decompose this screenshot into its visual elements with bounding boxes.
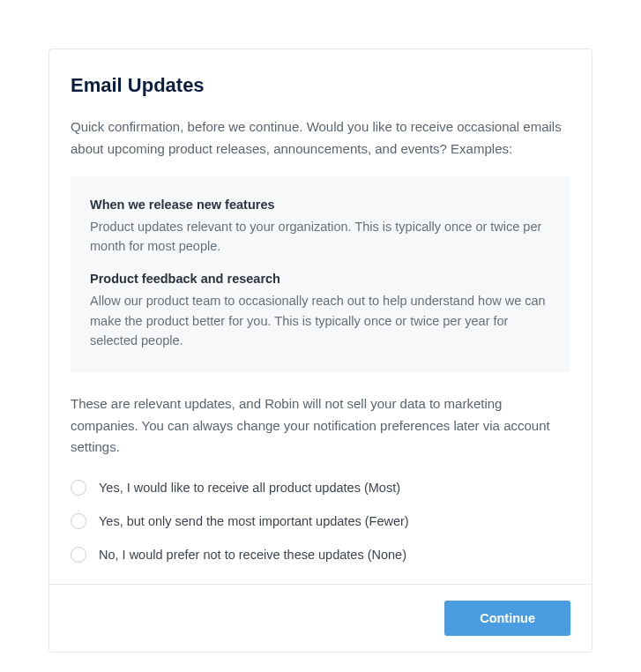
example-research: Product feedback and research Allow our … bbox=[90, 272, 551, 350]
page-title: Email Updates bbox=[71, 74, 570, 97]
radio-options: Yes, I would like to receive all product… bbox=[71, 480, 570, 563]
radio-label: Yes, but only send the most important up… bbox=[99, 514, 409, 528]
radio-option-fewer[interactable]: Yes, but only send the most important up… bbox=[71, 513, 570, 529]
card-footer: Continue bbox=[49, 584, 592, 652]
intro-text: Quick confirmation, before we continue. … bbox=[71, 116, 570, 161]
example-title: Product feedback and research bbox=[90, 272, 551, 286]
example-desc: Allow our product team to occasionally r… bbox=[90, 291, 551, 350]
privacy-note: These are relevant updates, and Robin wi… bbox=[71, 393, 570, 459]
radio-label: Yes, I would like to receive all product… bbox=[99, 481, 400, 495]
email-updates-card: Email Updates Quick confirmation, before… bbox=[48, 49, 593, 653]
example-title: When we release new features bbox=[90, 198, 551, 212]
radio-icon bbox=[71, 480, 86, 496]
radio-label: No, I would prefer not to receive these … bbox=[99, 548, 406, 562]
radio-icon bbox=[71, 547, 86, 563]
example-features: When we release new features Product upd… bbox=[90, 198, 551, 257]
radio-icon bbox=[71, 513, 86, 529]
card-body: Email Updates Quick confirmation, before… bbox=[49, 49, 592, 584]
example-desc: Product updates relevant to your organiz… bbox=[90, 217, 551, 257]
radio-option-most[interactable]: Yes, I would like to receive all product… bbox=[71, 480, 570, 496]
continue-button[interactable]: Continue bbox=[444, 601, 570, 636]
radio-option-none[interactable]: No, I would prefer not to receive these … bbox=[71, 547, 570, 563]
examples-box: When we release new features Product upd… bbox=[71, 176, 570, 372]
